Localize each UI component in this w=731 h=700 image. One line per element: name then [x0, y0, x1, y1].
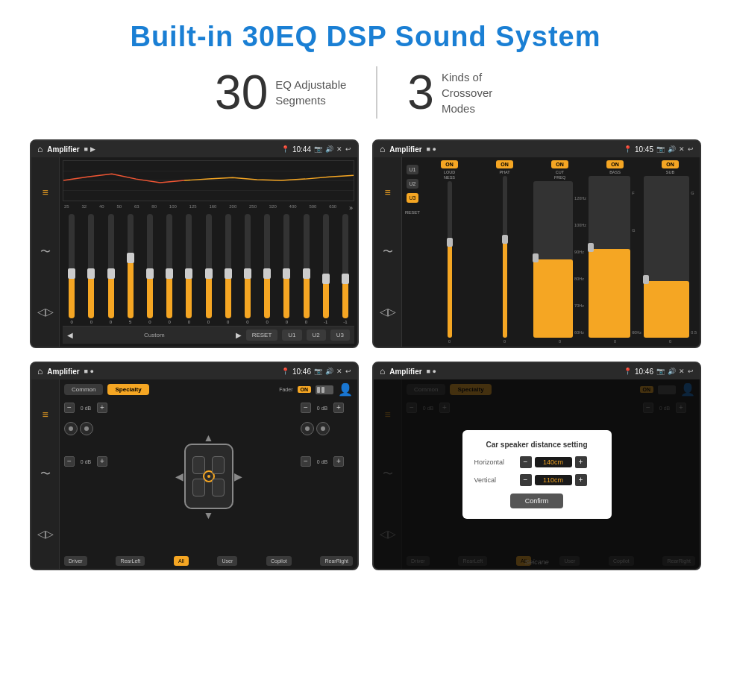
loudness-on[interactable]: ON	[441, 160, 458, 168]
channel-loudness: ON LOUDNESS 0	[423, 160, 476, 344]
fr-minus-btn[interactable]: −	[301, 403, 311, 413]
u1-btn[interactable]: U1	[282, 329, 301, 341]
cross-eq-icon[interactable]: ≡	[384, 186, 390, 198]
left-db-controls: − 0 dB + −	[64, 403, 116, 550]
x-icon-3: ✕	[336, 368, 342, 375]
fl-db-value: 0 dB	[77, 406, 95, 411]
slider-11[interactable]: 0	[258, 214, 276, 324]
reset-btn[interactable]: RESET	[246, 329, 278, 341]
car-diagram: ▲ ▼ ◀ ▶	[119, 403, 298, 550]
u2-btn[interactable]: U2	[307, 329, 326, 341]
slider-2[interactable]: 0	[82, 214, 100, 324]
eq-sidebar: ≡ 〜 ◁▷	[31, 157, 60, 347]
rl-db-control: − 0 dB +	[64, 456, 116, 467]
record-icon-4: ■ ●	[427, 368, 436, 375]
horizontal-label: Horizontal	[474, 458, 515, 466]
slider-9[interactable]: 0	[219, 214, 237, 324]
sp-eq-icon[interactable]: ≡	[42, 409, 48, 420]
volume-icon-4: 🔊	[668, 368, 676, 375]
slider-1[interactable]: 0	[63, 214, 81, 324]
cross-speaker-icon[interactable]: ◁▷	[380, 306, 396, 318]
specialty-tab[interactable]: Specialty	[107, 384, 148, 395]
cutfreq-on[interactable]: ON	[551, 160, 568, 168]
freq-32: 32	[81, 204, 87, 212]
all-btn[interactable]: All	[174, 556, 189, 566]
slider-14[interactable]: -1	[317, 214, 335, 324]
slider-6[interactable]: 0	[160, 214, 178, 324]
user-btn[interactable]: User	[217, 556, 237, 566]
slider-3[interactable]: 0	[101, 214, 119, 324]
copilot-btn[interactable]: Copilot	[266, 556, 292, 566]
slider-10[interactable]: 0	[239, 214, 257, 324]
reset-label[interactable]: RESET	[405, 210, 420, 215]
slider-12[interactable]: 0	[277, 214, 295, 324]
status-bar-2: ⌂ Amplifier ■ ● 📍 10:45 📷 🔊 ✕ ↩	[374, 141, 700, 157]
u1-cross-btn[interactable]: U1	[407, 165, 419, 174]
home-icon-4[interactable]: ⌂	[380, 366, 385, 376]
horizontal-value-box: − 140cm +	[520, 456, 587, 468]
wave-icon[interactable]: 〜	[40, 245, 51, 259]
u3-cross-btn[interactable]: U3	[407, 193, 419, 203]
rr-minus-btn[interactable]: −	[301, 456, 311, 467]
phat-on[interactable]: ON	[496, 160, 513, 168]
slider-15[interactable]: -1	[336, 214, 354, 324]
camera-icon-1: 📷	[314, 145, 322, 153]
bass-on[interactable]: ON	[606, 160, 624, 168]
freq-63: 63	[134, 204, 139, 212]
fl-plus-btn[interactable]: +	[97, 403, 107, 413]
back-icon-3[interactable]: ↩	[345, 368, 351, 375]
slider-7[interactable]: 0	[180, 214, 198, 324]
home-icon-3[interactable]: ⌂	[37, 366, 43, 376]
slider-5[interactable]: 0	[141, 214, 159, 324]
vertical-plus-btn[interactable]: +	[575, 474, 587, 486]
freq-320: 320	[269, 204, 277, 212]
arrow-up: ▲	[204, 432, 214, 444]
screen-speaker: ⌂ Amplifier ■ ● 📍 10:46 📷 🔊 ✕ ↩ ≡ 〜 ◁▷	[30, 362, 359, 570]
freq-200: 200	[229, 204, 236, 212]
next-icon[interactable]: ▶	[236, 331, 242, 339]
u3-btn[interactable]: U3	[330, 329, 350, 341]
vertical-label: Vertical	[474, 476, 515, 484]
rl-plus-btn[interactable]: +	[97, 456, 107, 467]
rear-left-btn[interactable]: RearLeft	[116, 556, 145, 566]
back-icon-4[interactable]: ↩	[688, 368, 694, 375]
eq-screen-content: ≡ 〜 ◁▷	[31, 157, 357, 347]
driver-btn[interactable]: Driver	[64, 556, 87, 566]
slider-4[interactable]: 5	[122, 214, 139, 324]
vertical-value: 110cm	[535, 475, 572, 485]
pin-icon-1: 📍	[281, 145, 289, 153]
horizontal-minus-btn[interactable]: −	[520, 456, 532, 468]
freq-labels-bass: F G 60Hz	[632, 176, 641, 338]
rear-right-btn[interactable]: RearRight	[320, 556, 353, 566]
home-icon-1[interactable]: ⌂	[37, 144, 43, 154]
prev-icon[interactable]: ◀	[67, 331, 73, 339]
sub-on[interactable]: ON	[662, 160, 679, 168]
back-icon-2[interactable]: ↩	[688, 145, 694, 153]
fl-speaker-dot	[64, 422, 78, 435]
sp-speaker-icon[interactable]: ◁▷	[37, 528, 54, 540]
horizontal-plus-btn[interactable]: +	[575, 456, 587, 468]
slider-13[interactable]: 0	[297, 214, 315, 324]
fader-on-badge[interactable]: ON	[298, 386, 312, 393]
common-tab[interactable]: Common	[64, 384, 103, 395]
fl-minus-btn[interactable]: −	[64, 403, 75, 413]
eq-icon[interactable]: ≡	[42, 186, 48, 198]
speaker-icon[interactable]: ◁▷	[37, 306, 54, 318]
fr-plus-btn[interactable]: +	[333, 403, 344, 413]
freq-250: 250	[249, 204, 257, 212]
home-icon-2[interactable]: ⌂	[380, 144, 385, 154]
u2-cross-btn[interactable]: U2	[407, 179, 419, 189]
more-freqs[interactable]: »	[349, 204, 353, 212]
rl-minus-btn[interactable]: −	[64, 456, 75, 467]
time-2: 10:45	[635, 145, 653, 154]
cross-wave-icon[interactable]: 〜	[383, 245, 393, 259]
vertical-minus-btn[interactable]: −	[520, 474, 532, 486]
back-icon-1[interactable]: ↩	[345, 145, 351, 153]
rr-plus-btn[interactable]: +	[333, 456, 344, 467]
time-1: 10:44	[292, 145, 311, 154]
sp-wave-icon[interactable]: 〜	[40, 467, 51, 481]
confirm-button[interactable]: Confirm	[510, 494, 564, 508]
fr-db-value: 0 dB	[313, 406, 331, 411]
slider-8[interactable]: 0	[199, 214, 217, 324]
fader-slider[interactable]	[316, 385, 333, 394]
